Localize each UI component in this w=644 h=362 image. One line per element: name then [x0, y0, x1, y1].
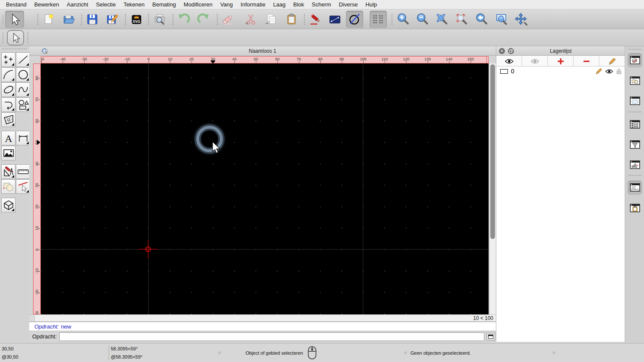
- layer-color-swatch[interactable]: [500, 69, 508, 74]
- menu-item-hulp[interactable]: Hulp: [361, 0, 381, 9]
- options-drag-handle[interactable]: [3, 32, 3, 43]
- hatch-tool[interactable]: [1, 112, 15, 127]
- document-title-bar[interactable]: Naamloos 1: [29, 46, 496, 56]
- menu-item-laag[interactable]: Laag: [269, 0, 289, 9]
- grid-toggle-button[interactable]: [370, 11, 387, 28]
- new-document-button[interactable]: [40, 11, 57, 28]
- select-tool-button[interactable]: [5, 11, 24, 28]
- close-panel-button[interactable]: ✕: [499, 48, 505, 54]
- polyline-tool[interactable]: [1, 97, 15, 112]
- layer-visibility-icon[interactable]: [605, 69, 613, 74]
- trim-tool[interactable]: [16, 179, 30, 194]
- ellipse-tool[interactable]: [1, 82, 15, 97]
- layer-edit-pencil-icon[interactable]: [595, 68, 602, 75]
- open-file-button[interactable]: [60, 11, 77, 28]
- menu-item-blok[interactable]: Blok: [289, 0, 308, 9]
- add-layer-button[interactable]: [548, 56, 574, 66]
- layer-lock-icon[interactable]: [616, 68, 622, 75]
- h-ruler-tick: [84, 61, 85, 63]
- svg-export-button[interactable]: SVG: [128, 11, 145, 28]
- arc-tool[interactable]: [1, 67, 15, 82]
- vertical-scrollbar-thumb[interactable]: [490, 64, 495, 239]
- grid-dot: [148, 228, 149, 229]
- command-input[interactable]: [59, 332, 484, 341]
- redo-button[interactable]: [195, 11, 212, 28]
- save-as-button[interactable]: [104, 11, 121, 28]
- layers-panel-button[interactable]: [628, 53, 642, 67]
- spotlight-panel-button[interactable]: [628, 158, 642, 172]
- save-button[interactable]: [84, 11, 101, 28]
- grid-dot: [449, 292, 450, 293]
- menu-item-bewerken[interactable]: Bewerken: [30, 0, 63, 9]
- clipboard-panel-button[interactable]: [628, 201, 642, 215]
- paste-button[interactable]: [283, 11, 300, 28]
- grid-dot: [363, 142, 364, 143]
- toolbar-drag-handle[interactable]: [3, 15, 3, 24]
- menu-item-scherm[interactable]: Scherm: [308, 0, 335, 9]
- v-ruler-cursor-marker: [37, 140, 40, 145]
- solid-tool[interactable]: [1, 198, 15, 212]
- command-line-panel-button[interactable]: [628, 181, 642, 195]
- dock-drag-handle[interactable]: [629, 49, 641, 50]
- draft-mode-button[interactable]: [346, 11, 363, 28]
- active-tool-indicator[interactable]: [7, 30, 24, 45]
- menu-item-bemating[interactable]: Bemating: [149, 0, 180, 9]
- h-ruler-tick: [363, 61, 364, 63]
- print-preview-button[interactable]: [151, 11, 168, 28]
- points-tool[interactable]: [1, 52, 15, 67]
- draw-tool-button[interactable]: [307, 11, 324, 28]
- line-tool[interactable]: [16, 52, 30, 67]
- views-panel-button[interactable]: [628, 94, 642, 108]
- grid-dot: [320, 142, 321, 143]
- zoom-in-button[interactable]: [395, 11, 412, 28]
- horizontal-scrollbar[interactable]: 10 < 100: [29, 314, 496, 322]
- palette-drag-handle[interactable]: [2, 48, 27, 49]
- grid-dot: [363, 271, 364, 272]
- menu-item-aanzicht[interactable]: Aanzicht: [63, 0, 92, 9]
- drawing-canvas[interactable]: [41, 63, 489, 314]
- cut-button[interactable]: +: [242, 11, 259, 28]
- h-ruler-tick: [428, 61, 428, 63]
- dimension-tool-button[interactable]: [326, 11, 343, 28]
- grid-dot: [384, 292, 385, 293]
- menu-item-modificeren[interactable]: Modificeren: [180, 0, 216, 9]
- image-tool[interactable]: [1, 146, 15, 160]
- circle-tool[interactable]: [16, 67, 30, 82]
- detach-panel-button[interactable]: [508, 48, 514, 54]
- filter-panel-button[interactable]: [628, 138, 642, 152]
- dimension-tool[interactable]: [16, 131, 30, 145]
- layer-row-0[interactable]: 0: [496, 66, 625, 76]
- modify-tool[interactable]: [1, 164, 15, 179]
- hide-all-layers-button[interactable]: [522, 56, 548, 66]
- show-all-layers-button[interactable]: [496, 56, 522, 66]
- grid-dot: [277, 99, 278, 100]
- zoom-auto-button[interactable]: [434, 11, 451, 28]
- spline-tool[interactable]: [16, 82, 30, 97]
- shape-tool[interactable]: [16, 97, 30, 112]
- edit-layer-button[interactable]: [599, 56, 625, 66]
- menu-item-tekenen[interactable]: Tekenen: [120, 0, 149, 9]
- pan-button[interactable]: [513, 11, 530, 28]
- list-panel-button[interactable]: [628, 118, 642, 132]
- menu-item-vang[interactable]: Vang: [216, 0, 237, 9]
- grid-dot: [127, 163, 128, 164]
- menu-item-diverse[interactable]: Diverse: [335, 0, 361, 9]
- vertical-scrollbar[interactable]: [489, 63, 496, 314]
- menu-item-selectie[interactable]: Selectie: [92, 0, 119, 9]
- measure-tool[interactable]: [16, 164, 30, 179]
- command-window-toggle-button[interactable]: [486, 333, 495, 341]
- text-tool[interactable]: A: [1, 131, 15, 145]
- options-drag-handle-2[interactable]: [27, 32, 28, 43]
- copy-button[interactable]: +: [262, 11, 279, 28]
- blocks-panel-button[interactable]: [628, 74, 642, 88]
- zoom-previous-button[interactable]: [473, 11, 490, 28]
- undo-button[interactable]: [175, 11, 192, 28]
- remove-layer-button[interactable]: [574, 56, 599, 66]
- menu-item-bestand[interactable]: Bestand: [0, 0, 30, 9]
- delete-button[interactable]: [219, 11, 237, 28]
- zoom-selection-button[interactable]: [453, 11, 471, 28]
- menu-item-informatie[interactable]: Informatie: [237, 0, 269, 9]
- boolean-tool[interactable]: [1, 179, 15, 194]
- zoom-out-button[interactable]: [414, 11, 431, 28]
- zoom-window-button[interactable]: [493, 11, 510, 28]
